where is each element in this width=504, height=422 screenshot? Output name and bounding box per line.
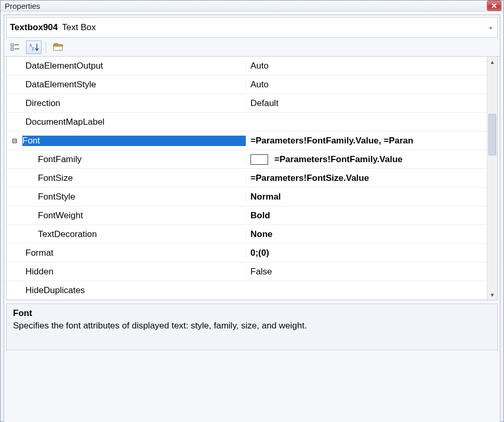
- svg-rect-11: [55, 43, 58, 45]
- property-row[interactable]: HideDuplicates: [7, 281, 487, 300]
- property-name: DocumentMapLabel: [22, 117, 246, 127]
- property-value-text: 0;(0): [250, 248, 269, 258]
- property-name: FontFamily: [22, 154, 246, 165]
- object-name: Textbox904: [10, 22, 58, 33]
- property-name: TextDecoration: [22, 229, 246, 240]
- property-row[interactable]: DataElementOutputAuto: [7, 57, 487, 75]
- description-body: Specifies the font attributes of display…: [13, 321, 491, 331]
- svg-text:+: +: [11, 47, 13, 50]
- property-value-text: =Parameters!FontFamily.Value: [274, 154, 403, 165]
- properties-panel: Textbox904 Text Box ▾ + + A Z: [4, 15, 500, 422]
- property-name: FontSize: [22, 173, 246, 183]
- scroll-track[interactable]: [487, 67, 497, 289]
- titlebar: Properties: [1, 1, 503, 11]
- property-row[interactable]: DataElementStyleAuto: [7, 75, 487, 94]
- alphabetical-button[interactable]: A Z: [26, 41, 42, 54]
- property-name: HideDuplicates: [22, 285, 246, 296]
- property-value[interactable]: Auto: [246, 61, 487, 71]
- property-value[interactable]: Default: [246, 98, 487, 109]
- close-icon: [492, 3, 497, 8]
- property-value[interactable]: =Parameters!FontFamily.Value, =Paran: [246, 136, 487, 146]
- toolbar: + + A Z: [4, 38, 500, 57]
- property-value-text: Auto: [250, 80, 269, 90]
- property-row[interactable]: DirectionDefault: [7, 94, 487, 113]
- property-row[interactable]: FontFamily=Parameters!FontFamily.Value: [7, 150, 487, 169]
- property-value-text: Bold: [250, 210, 270, 221]
- property-row[interactable]: FontSize=Parameters!FontSize.Value: [7, 169, 487, 188]
- toolbar-separator: [46, 42, 46, 53]
- property-value[interactable]: Auto: [246, 80, 487, 90]
- svg-text:+: +: [11, 43, 13, 46]
- description-pane: Font Specifies the font attributes of di…: [6, 304, 498, 350]
- property-value[interactable]: Normal: [246, 192, 487, 202]
- categorized-icon: + +: [10, 43, 20, 51]
- object-selector[interactable]: Textbox904 Text Box ▾: [6, 17, 498, 38]
- property-pages-button[interactable]: [50, 41, 66, 54]
- property-name: Direction: [22, 98, 246, 109]
- window-title: Properties: [5, 2, 40, 10]
- property-row[interactable]: ⊟Font=Parameters!FontFamily.Value, =Para…: [7, 131, 487, 150]
- property-value-text: None: [250, 229, 273, 240]
- property-row[interactable]: Format0;(0): [7, 244, 487, 262]
- property-row[interactable]: HiddenFalse: [7, 262, 487, 281]
- property-value[interactable]: Bold: [246, 210, 487, 221]
- property-value-text: Default: [250, 98, 278, 109]
- close-button[interactable]: [487, 1, 501, 11]
- sort-az-icon: A Z: [29, 43, 39, 52]
- property-value-text: Auto: [250, 61, 269, 71]
- property-name: FontWeight: [22, 210, 246, 221]
- property-value[interactable]: 0;(0): [246, 248, 487, 258]
- property-name: Hidden: [22, 267, 246, 277]
- vertical-scrollbar[interactable]: ▲ ▼: [487, 57, 497, 300]
- property-name: DataElementStyle: [22, 80, 246, 90]
- property-value[interactable]: =Parameters!FontSize.Value: [246, 173, 487, 183]
- scroll-down-arrow[interactable]: ▼: [487, 289, 497, 300]
- svg-text:Z: Z: [32, 47, 34, 51]
- property-grid: DataElementOutputAutoDataElementStyleAut…: [6, 57, 498, 300]
- property-value[interactable]: =Parameters!FontFamily.Value: [246, 154, 487, 165]
- property-pages-icon: [53, 43, 63, 51]
- property-name: Format: [22, 248, 246, 258]
- property-value-text: =Parameters!FontSize.Value: [250, 173, 369, 183]
- property-value-text: Normal: [250, 192, 281, 202]
- object-type: Text Box: [62, 22, 96, 33]
- property-row[interactable]: TextDecorationNone: [7, 225, 487, 244]
- property-row[interactable]: FontWeightBold: [7, 206, 487, 225]
- color-swatch[interactable]: [250, 154, 268, 165]
- scroll-thumb[interactable]: [488, 114, 496, 155]
- property-name: DataElementOutput: [22, 61, 246, 71]
- collapse-icon[interactable]: ⊟: [7, 137, 22, 144]
- property-row[interactable]: FontStyleNormal: [7, 188, 487, 206]
- property-value[interactable]: None: [246, 229, 487, 240]
- scroll-up-arrow[interactable]: ▲: [487, 57, 497, 67]
- property-name: Font: [22, 136, 246, 146]
- property-name: FontStyle: [22, 192, 246, 202]
- description-title: Font: [13, 308, 491, 319]
- property-value-text: False: [250, 267, 272, 277]
- property-row[interactable]: DocumentMapLabel: [7, 113, 487, 131]
- chevron-down-icon[interactable]: ▾: [487, 25, 494, 31]
- property-value-text: =Parameters!FontFamily.Value, =Paran: [250, 136, 413, 146]
- property-value[interactable]: False: [246, 267, 487, 277]
- properties-window: Properties Textbox904 Text Box ▾ + +: [0, 0, 504, 422]
- categorized-button[interactable]: + +: [7, 41, 23, 54]
